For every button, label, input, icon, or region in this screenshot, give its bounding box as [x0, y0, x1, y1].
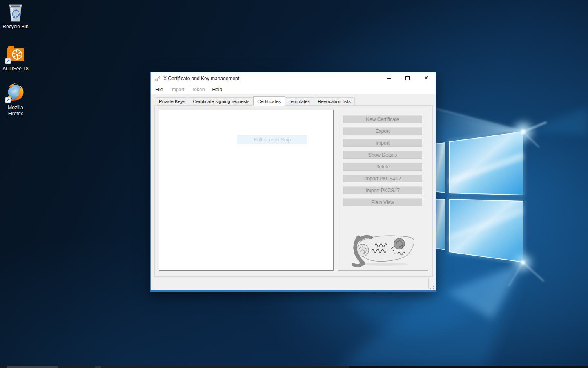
fullscreen-snip-overlay: Full-screen Snip	[237, 135, 307, 144]
desktop-icon-recycle-bin[interactable]: Recycle Bin	[0, 2, 31, 30]
tab-private-keys[interactable]: Private Keys	[155, 97, 189, 105]
menu-help[interactable]: Help	[209, 85, 225, 94]
shortcut-arrow-overlay	[5, 97, 11, 103]
tab-certificates[interactable]: Certificates	[253, 96, 285, 106]
desktop: Recycle Bin ACDSee 18	[0, 0, 588, 368]
import-pkcs12-button[interactable]: Import PKCS#12	[343, 175, 422, 182]
certificates-tab-pane: Full-screen Snip New Certificate Export …	[154, 105, 433, 277]
recycle-bin-icon	[5, 2, 26, 22]
status-bar	[151, 276, 436, 290]
titlebar[interactable]: X Certificate and Key management ×	[151, 72, 436, 84]
delete-button[interactable]: Delete	[343, 163, 422, 171]
import-pkcs7-button[interactable]: Import PKCS#7	[343, 186, 422, 194]
action-panel: New Certificate Export Import Show Detai…	[338, 109, 428, 271]
acdsee-camera-icon	[4, 43, 27, 65]
desktop-icon-label: Firefox	[0, 111, 31, 117]
close-button[interactable]: ×	[417, 72, 436, 84]
xca-window: X Certificate and Key management × File …	[150, 72, 436, 292]
minimize-icon	[387, 78, 391, 79]
status-separator	[428, 279, 429, 289]
key-icon	[154, 75, 161, 82]
tab-templates[interactable]: Templates	[285, 97, 314, 105]
window-title: X Certificate and Key management	[163, 76, 239, 81]
taskbar-segment	[95, 366, 101, 368]
plain-view-button[interactable]: Plain View	[343, 198, 422, 206]
show-details-button[interactable]: Show Details	[343, 151, 422, 159]
desktop-icon-acdsee[interactable]: ACDSee 18	[0, 43, 31, 72]
import-button[interactable]: Import	[343, 139, 422, 147]
maximize-icon	[405, 76, 410, 80]
taskbar-segment	[0, 366, 7, 368]
desktop-icon-label: Mozilla	[0, 105, 31, 111]
menu-file[interactable]: File	[152, 85, 166, 94]
menu-token[interactable]: Token	[189, 85, 207, 94]
taskbar[interactable]	[0, 366, 588, 368]
desktop-icon-label: ACDSee 18	[0, 66, 31, 72]
taskbar-segment	[7, 366, 58, 368]
new-certificate-button[interactable]: New Certificate	[343, 115, 422, 123]
tab-certificate-signing-requests[interactable]: Certificate signing requests	[189, 97, 254, 105]
minimize-button[interactable]	[379, 72, 398, 84]
firefox-icon	[4, 81, 27, 103]
caption-buttons: ×	[379, 72, 436, 84]
tab-revocation-lists[interactable]: Revocation lists	[314, 97, 355, 105]
resize-grip[interactable]	[430, 284, 434, 289]
taskbar-segment	[349, 366, 588, 368]
certificate-list[interactable]: Full-screen Snip	[159, 110, 334, 271]
maximize-button[interactable]	[398, 72, 417, 84]
xca-scroll-logo	[345, 228, 420, 267]
desktop-icon-label: Recycle Bin	[0, 24, 31, 30]
menu-bar: File Import Token Help	[151, 84, 436, 94]
shortcut-arrow-overlay	[5, 58, 11, 64]
export-button[interactable]: Export	[343, 127, 422, 135]
tab-bar: Private Keys Certificate signing request…	[155, 96, 354, 105]
desktop-icon-firefox[interactable]: Mozilla Firefox	[0, 81, 31, 117]
menu-import[interactable]: Import	[167, 85, 187, 94]
